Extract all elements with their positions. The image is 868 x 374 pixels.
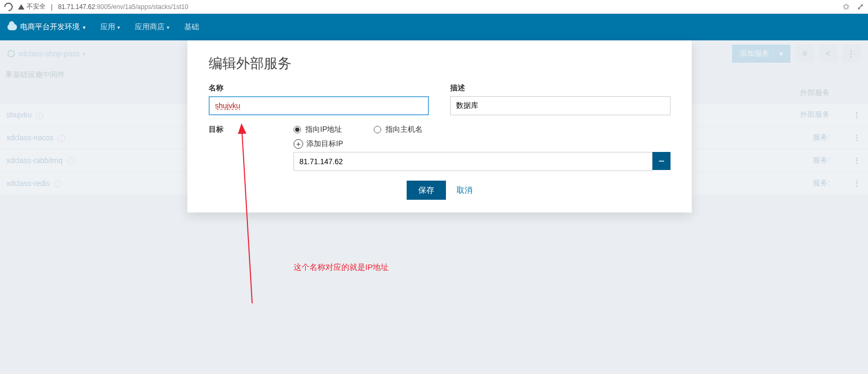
env-switcher[interactable]: 电商平台开发环境 ▾ xyxy=(7,22,85,32)
save-button[interactable]: 保存 xyxy=(407,181,446,200)
reload-icon[interactable] xyxy=(3,1,15,13)
divider: | xyxy=(51,3,53,11)
edit-external-service-modal: 编辑外部服务 名称 描述 目标 指向IP地址 xyxy=(187,40,692,212)
radio-icon xyxy=(374,126,381,133)
add-target-ip-button[interactable]: + 添加目标IP xyxy=(294,139,343,149)
favorite-icon[interactable]: ✩ xyxy=(843,2,849,12)
name-label: 名称 xyxy=(209,83,429,93)
chevron-down-icon: ▾ xyxy=(167,24,169,30)
insecure-text: 不安全 xyxy=(27,2,46,11)
desc-label: 描述 xyxy=(450,83,671,93)
radio-target-hostname[interactable]: 指向主机名 xyxy=(374,125,423,134)
insecure-badge: 不安全 xyxy=(18,2,46,11)
env-name: 电商平台开发环境 xyxy=(20,22,80,32)
name-input[interactable] xyxy=(209,96,429,115)
url-path: :8005/env/1a5/apps/stacks/1st10 xyxy=(95,3,188,11)
radio-label: 指向IP地址 xyxy=(305,125,342,134)
cancel-button[interactable]: 取消 xyxy=(457,185,472,196)
chevron-down-icon: ▾ xyxy=(83,24,85,30)
desc-input[interactable] xyxy=(450,96,671,115)
nav-item-label: 应用商店 xyxy=(135,22,165,32)
modal-title: 编辑外部服务 xyxy=(209,54,671,73)
nav-item-store[interactable]: 应用商店 ▾ xyxy=(135,22,169,32)
cloud-icon xyxy=(7,24,17,30)
chevron-down-icon: ▾ xyxy=(117,24,120,30)
radio-target-ip[interactable]: 指向IP地址 xyxy=(294,125,342,134)
remove-ip-button[interactable]: − xyxy=(652,152,671,170)
plus-icon: + xyxy=(294,139,303,149)
add-ip-label: 添加目标IP xyxy=(306,139,343,149)
top-nav: 电商平台开发环境 ▾ 应用 ▾ 应用商店 ▾ 基础 xyxy=(0,14,868,40)
target-ip-input[interactable] xyxy=(294,152,652,171)
radio-label: 指向主机名 xyxy=(385,125,423,134)
nav-item-infra[interactable]: 基础 xyxy=(184,22,199,32)
nav-item-label: 基础 xyxy=(184,22,199,32)
target-label: 目标 xyxy=(209,125,224,133)
radio-icon xyxy=(294,126,301,133)
nav-item-label: 应用 xyxy=(100,22,115,32)
annotation-text: 这个名称对应的就是IP地址 xyxy=(294,262,389,273)
browser-address-bar: 不安全 | 81.71.147.62:8005/env/1a5/apps/sta… xyxy=(0,0,868,14)
devtools-icon[interactable]: ⤢ xyxy=(857,2,864,12)
warning-icon xyxy=(18,4,24,10)
url-host: 81.71.147.62 xyxy=(58,3,95,11)
nav-item-apps[interactable]: 应用 ▾ xyxy=(100,22,120,32)
url[interactable]: 81.71.147.62:8005/env/1a5/apps/stacks/1s… xyxy=(58,3,188,11)
